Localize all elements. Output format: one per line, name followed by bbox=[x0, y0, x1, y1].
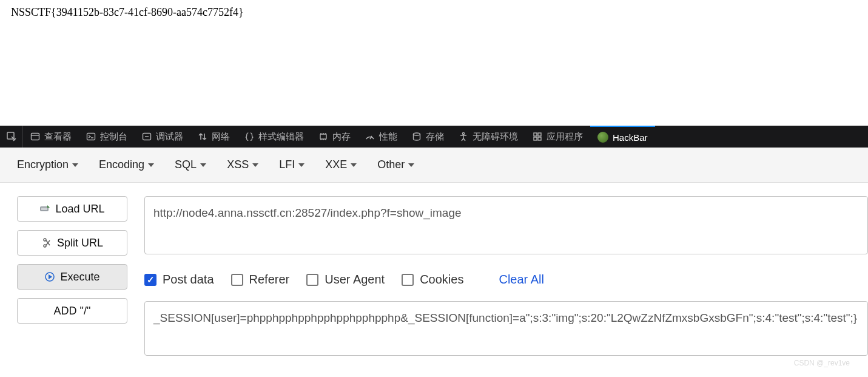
checkbox-icon bbox=[306, 274, 318, 286]
svg-rect-13 bbox=[538, 137, 541, 140]
svg-rect-11 bbox=[538, 133, 541, 136]
caret-icon bbox=[351, 163, 357, 167]
checkbox-icon bbox=[231, 274, 243, 286]
tab-accessibility-label: 无障碍环境 bbox=[473, 131, 518, 143]
tab-debugger[interactable]: 调试器 bbox=[135, 126, 190, 148]
tab-debugger-label: 调试器 bbox=[156, 131, 183, 143]
menu-other[interactable]: Other bbox=[377, 158, 414, 171]
console-icon bbox=[86, 132, 96, 141]
tab-network-label: 网络 bbox=[212, 131, 230, 143]
performance-icon bbox=[365, 132, 375, 141]
user-agent-checkbox[interactable]: User Agent bbox=[306, 273, 385, 287]
tab-storage[interactable]: 存储 bbox=[405, 126, 451, 148]
load-url-icon bbox=[39, 204, 50, 214]
caret-icon bbox=[148, 163, 154, 167]
tab-accessibility[interactable]: 无障碍环境 bbox=[451, 126, 525, 148]
menu-xss[interactable]: XSS bbox=[227, 158, 258, 171]
checkbox-checked-icon: ✓ bbox=[144, 274, 156, 286]
hackbar-left-buttons: Load URL Split URL Execute ADD "/" bbox=[17, 196, 127, 358]
menu-lfi[interactable]: LFI bbox=[279, 158, 304, 171]
svg-point-17 bbox=[44, 245, 46, 247]
tab-style-label: 样式编辑器 bbox=[258, 131, 304, 143]
hackbar-icon bbox=[597, 132, 608, 143]
menu-encoding[interactable]: Encoding bbox=[99, 158, 154, 171]
hackbar-body: Load URL Split URL Execute ADD "/" ✓Post… bbox=[0, 183, 868, 358]
caret-icon bbox=[200, 163, 206, 167]
add-slash-button[interactable]: ADD "/" bbox=[17, 298, 127, 324]
tab-application-label: 应用程序 bbox=[547, 131, 583, 143]
hackbar-menubar: Encryption Encoding SQL XSS LFI XXE Othe… bbox=[0, 148, 868, 183]
devtools-pick-element-button[interactable] bbox=[0, 126, 23, 148]
post-data-input[interactable] bbox=[144, 301, 868, 356]
svg-point-8 bbox=[414, 133, 420, 135]
tab-memory[interactable]: 内存 bbox=[311, 126, 358, 148]
tab-inspector[interactable]: 查看器 bbox=[23, 126, 79, 148]
hackbar-options-row: ✓Post data Referer User Agent Cookies Cl… bbox=[144, 273, 868, 287]
caret-icon bbox=[72, 163, 78, 167]
tab-network[interactable]: 网络 bbox=[190, 126, 237, 148]
svg-rect-12 bbox=[534, 137, 537, 140]
tab-memory-label: 内存 bbox=[332, 131, 351, 143]
svg-point-16 bbox=[44, 239, 46, 241]
hackbar-right-pane: ✓Post data Referer User Agent Cookies Cl… bbox=[127, 196, 868, 358]
menu-xxe[interactable]: XXE bbox=[325, 158, 357, 171]
split-url-icon bbox=[41, 238, 52, 248]
style-icon bbox=[244, 132, 254, 141]
page-flag-text: NSSCTF{3941152b-83c7-41cf-8690-aa574c775… bbox=[0, 0, 868, 25]
tab-style-editor[interactable]: 样式编辑器 bbox=[237, 126, 311, 148]
url-input[interactable] bbox=[144, 196, 868, 254]
svg-rect-10 bbox=[534, 133, 537, 136]
load-url-button[interactable]: Load URL bbox=[17, 196, 127, 222]
watermark-text: CSDN @_rev1ve bbox=[794, 359, 850, 367]
split-url-button[interactable]: Split URL bbox=[17, 230, 127, 256]
menu-sql[interactable]: SQL bbox=[175, 158, 206, 171]
checkbox-icon bbox=[402, 274, 414, 286]
tab-console[interactable]: 控制台 bbox=[79, 126, 135, 148]
execute-icon bbox=[44, 272, 55, 282]
svg-rect-6 bbox=[320, 134, 326, 139]
application-icon bbox=[533, 132, 542, 141]
devtools-tabbar: 查看器 控制台 调试器 网络 样式编辑器 内存 性能 存储 无障碍环境 应用程序… bbox=[0, 126, 868, 148]
post-data-checkbox[interactable]: ✓Post data bbox=[144, 273, 214, 287]
tab-hackbar[interactable]: HackBar bbox=[590, 126, 655, 148]
svg-marker-19 bbox=[49, 274, 52, 279]
tab-console-label: 控制台 bbox=[100, 131, 127, 143]
menu-encryption[interactable]: Encryption bbox=[17, 158, 78, 171]
cookies-checkbox[interactable]: Cookies bbox=[402, 273, 463, 287]
svg-rect-1 bbox=[32, 134, 39, 140]
tab-storage-label: 存储 bbox=[426, 131, 444, 143]
caret-icon bbox=[408, 163, 414, 167]
clear-all-link[interactable]: Clear All bbox=[499, 273, 543, 287]
tab-performance[interactable]: 性能 bbox=[358, 126, 405, 148]
memory-icon bbox=[318, 132, 328, 141]
caret-icon bbox=[252, 163, 258, 167]
svg-rect-15 bbox=[41, 208, 47, 210]
debugger-icon bbox=[142, 132, 152, 141]
execute-button[interactable]: Execute bbox=[17, 264, 127, 290]
caret-icon bbox=[298, 163, 304, 167]
tab-inspector-label: 查看器 bbox=[44, 131, 72, 143]
network-icon bbox=[198, 132, 207, 141]
storage-icon bbox=[412, 132, 422, 141]
tab-hackbar-label: HackBar bbox=[613, 132, 648, 143]
referer-checkbox[interactable]: Referer bbox=[231, 273, 290, 287]
tab-application[interactable]: 应用程序 bbox=[525, 126, 590, 148]
accessibility-icon bbox=[459, 132, 468, 141]
inspector-icon bbox=[30, 132, 40, 141]
tab-performance-label: 性能 bbox=[379, 131, 397, 143]
svg-point-9 bbox=[462, 132, 464, 134]
